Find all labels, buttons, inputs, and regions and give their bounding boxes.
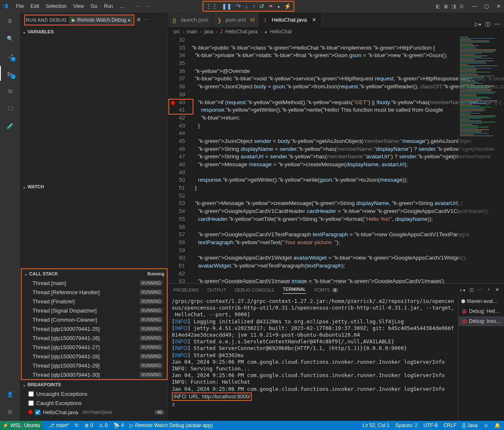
pause-icon[interactable]: ❚❚ xyxy=(222,3,232,10)
indent[interactable]: Spaces: 2 xyxy=(395,422,417,428)
editor-tab[interactable]: JHelloChat.java✕ xyxy=(259,12,321,27)
run-icon[interactable]: ▷ xyxy=(475,21,481,27)
variables-section[interactable]: ⌄VARIABLES xyxy=(20,27,168,36)
more-icon[interactable]: ⋯ xyxy=(143,17,148,22)
tab-debug-console[interactable]: DEBUG CONSOLE xyxy=(234,288,274,292)
close-icon[interactable]: ✕ xyxy=(496,3,501,9)
code-editor[interactable]: 3233343536373839404142434445464748495051… xyxy=(168,36,504,283)
bp-checkbox[interactable] xyxy=(28,400,34,406)
errors[interactable]: ⊗ 0 xyxy=(85,422,93,428)
scm-icon[interactable]: ⎇7 xyxy=(5,51,15,61)
ports[interactable]: 📡 4 xyxy=(113,422,124,428)
thread-row[interactable]: Thread [main]RUNNING xyxy=(22,278,167,288)
thread-row[interactable]: Thread [Signal Dispatcher]RUNNING xyxy=(22,306,167,315)
explorer-icon[interactable]: 🗎 xyxy=(5,16,15,26)
menu-selection[interactable]: Selection xyxy=(43,2,69,11)
debug-status[interactable]: ▷ Remote Watch Debug (avatar-app) xyxy=(130,422,213,428)
debug-config-dropdown[interactable]: ▶ Remote Watch Debug xyxy=(69,16,133,24)
tab-problems[interactable]: PROBLEMS xyxy=(173,288,199,292)
maximize-icon[interactable]: ▢ xyxy=(484,3,489,9)
accounts-icon[interactable]: 👤 xyxy=(5,389,15,399)
bp-caught[interactable]: Caught Exceptions xyxy=(20,398,168,408)
menu-go[interactable]: Go xyxy=(88,2,100,11)
nav-fwd-icon[interactable]: → xyxy=(145,3,150,9)
encoding[interactable]: UTF-8 xyxy=(424,422,438,428)
hot-reload-icon[interactable]: ⚡ xyxy=(284,3,291,10)
search-icon[interactable]: 🔍 xyxy=(5,33,15,43)
breakpoints-section[interactable]: ⌄BREAKPOINTS xyxy=(20,380,168,389)
terminal[interactable]: /grpc/grpc-context/1.27.2/grpc-context-1… xyxy=(168,296,458,421)
language[interactable]: {} Java xyxy=(462,422,478,428)
nav-back-icon[interactable]: ← xyxy=(135,3,140,9)
settings-gear-icon[interactable]: ⚙ xyxy=(5,407,15,417)
tab-output[interactable]: OUTPUT xyxy=(207,288,226,292)
eol[interactable]: CRLF xyxy=(444,422,456,428)
layout-icon[interactable]: ◨ xyxy=(451,3,456,9)
breakpoint-dot-icon[interactable] xyxy=(171,101,175,105)
maximize-panel-icon[interactable]: ＾ xyxy=(486,287,491,293)
thread-row[interactable]: Thread [qtp1500079441-25]RUNNING xyxy=(22,324,167,333)
editor-tab[interactable]: ❯pom.xmlM xyxy=(213,12,259,27)
feedback-icon[interactable]: ☺ xyxy=(484,422,489,428)
thread-row[interactable]: Thread [qtp1500079441-30]RUNNING xyxy=(22,370,167,379)
minimap[interactable] xyxy=(458,36,504,283)
bp-file[interactable]: HelloChat.javasrc/main/java40 xyxy=(20,408,168,417)
code-body[interactable]: "k-blue">public "k-blue">class "k-green"… xyxy=(192,36,504,283)
layout-icon[interactable]: ⊞ xyxy=(459,3,464,9)
thread-row[interactable]: Thread [qtp1500079441-27]RUNNING xyxy=(22,342,167,352)
run-debug-icon[interactable]: ▷1 xyxy=(5,68,15,78)
close-panel-icon[interactable]: ✕ xyxy=(495,287,499,293)
tab-terminal[interactable]: TERMINAL xyxy=(283,287,306,294)
git-branch[interactable]: ⎇ main* xyxy=(48,422,69,428)
step-into-icon[interactable]: ↓ xyxy=(245,3,248,10)
restart-icon[interactable]: ↺ xyxy=(259,3,264,10)
disconnect-icon[interactable]: ⚭ xyxy=(268,3,273,10)
remote-explorer-icon[interactable]: 🖵 xyxy=(5,103,15,113)
thread-row[interactable]: Thread [qtp1500079441-29]RUNNING xyxy=(22,361,167,370)
bell-icon[interactable]: 🔔 xyxy=(494,422,501,428)
menu-run[interactable]: Run xyxy=(101,2,115,11)
menu-view[interactable]: View xyxy=(70,2,86,11)
breadcrumb[interactable]: src› main› java› JHelloChat.java› ⬧Hello… xyxy=(168,27,504,36)
editor-tab[interactable]: {}launch.json xyxy=(168,12,213,27)
split-terminal-icon[interactable]: ◫ xyxy=(469,287,474,293)
bp-checkbox[interactable] xyxy=(28,391,34,397)
step-out-icon[interactable]: ↑ xyxy=(252,3,255,10)
bp-uncaught[interactable]: Uncaught Exceptions xyxy=(20,389,168,398)
new-terminal-icon[interactable]: ＋ xyxy=(459,287,465,293)
close-tab-icon[interactable]: ✕ xyxy=(312,17,316,23)
terminal-list-item[interactable]: 🐞Debug: Invo… xyxy=(459,316,504,326)
git-sync-icon[interactable]: ↻ xyxy=(75,422,79,428)
debug-settings-icon[interactable]: ⚙ xyxy=(137,17,141,22)
thread-row[interactable]: Thread [Finalizer]RUNNING xyxy=(22,297,167,306)
split-editor-icon[interactable]: ◫ xyxy=(485,21,490,27)
more-icon[interactable]: ⋯ xyxy=(478,287,482,293)
layout-icon[interactable]: ◧ xyxy=(436,3,440,9)
testing-icon[interactable]: 🧪 xyxy=(5,121,15,131)
warnings[interactable]: ⚠ 0 xyxy=(99,422,108,428)
debug-more-icon[interactable] xyxy=(278,3,280,10)
menu-more[interactable]: … xyxy=(117,2,127,11)
start-debug-icon[interactable]: ▶ xyxy=(72,17,75,23)
more-icon[interactable]: ⋯ xyxy=(494,21,500,27)
cursor-pos[interactable]: Ln 52, Col 1 xyxy=(363,422,390,428)
callstack-section[interactable]: ⌄CALL STACKRunning xyxy=(22,269,167,278)
terminal-list-item[interactable]: ⬢Maven-avat… xyxy=(459,296,504,306)
drag-handle-icon[interactable]: ⋮⋮ xyxy=(206,3,218,10)
extensions-icon[interactable]: ⊞ xyxy=(5,86,15,96)
thread-row[interactable]: Thread [Common-Cleaner]RUNNING xyxy=(22,315,167,324)
line-gutter[interactable]: 3233343536373839404142434445464748495051… xyxy=(168,36,188,283)
terminal-list-item[interactable]: 🐞Debug: Hell… xyxy=(459,306,504,316)
thread-row[interactable]: Thread [Reference Handler]RUNNING xyxy=(22,288,167,297)
menu-edit[interactable]: Edit xyxy=(28,2,42,11)
watch-section[interactable]: ⌄WATCH xyxy=(20,182,168,191)
thread-row[interactable]: Thread [qtp1500079441-28]RUNNING xyxy=(22,352,167,361)
tab-ports[interactable]: PORTS4 xyxy=(314,288,338,292)
thread-row[interactable]: Thread [qtp1500079441-26]RUNNING xyxy=(22,333,167,342)
step-over-icon[interactable]: ↷ xyxy=(236,3,241,10)
menu-file[interactable]: File xyxy=(13,2,26,11)
layout-icon[interactable]: ▣ xyxy=(444,3,448,9)
remote-indicator[interactable]: ⚡ WSL: Ubuntu xyxy=(0,421,43,430)
bp-checkbox[interactable] xyxy=(35,410,40,415)
minimize-icon[interactable]: — xyxy=(472,3,477,9)
